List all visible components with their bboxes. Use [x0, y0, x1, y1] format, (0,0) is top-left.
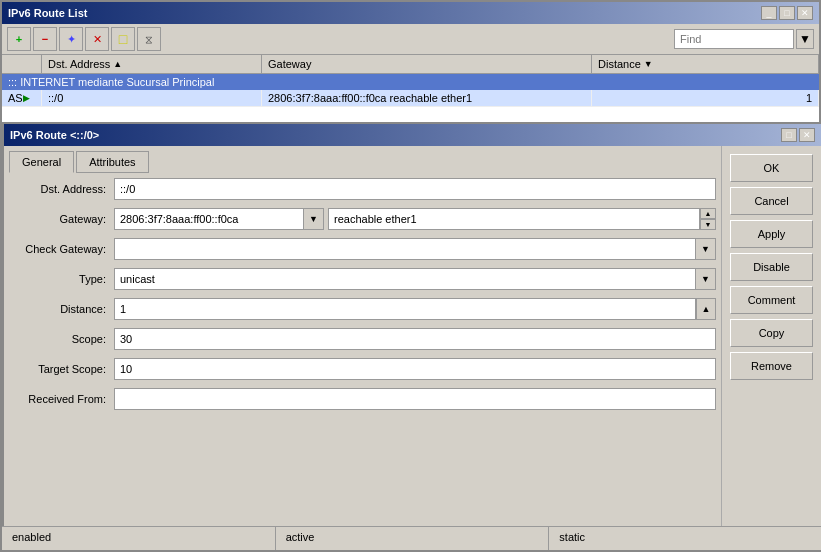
distance-field: ▲	[114, 298, 716, 320]
td-gateway: 2806:3f7:8aaa:ff00::f0ca reachable ether…	[262, 90, 592, 106]
delete-button[interactable]: ✕	[85, 27, 109, 51]
comment-button[interactable]: Comment	[730, 286, 813, 314]
inner-content: General Attributes Dst. Address: Gateway…	[4, 146, 821, 550]
dst-address-input[interactable]	[114, 178, 716, 200]
remove-button[interactable]: Remove	[730, 352, 813, 380]
find-dropdown-btn[interactable]: ▼	[796, 29, 814, 49]
status-enabled: enabled	[2, 527, 276, 550]
inner-close-btn[interactable]: ✕	[799, 128, 815, 142]
gateway-dropdown-btn[interactable]: ▼	[304, 208, 324, 230]
distance-input[interactable]	[114, 298, 696, 320]
distance-row: Distance: ▲	[9, 298, 716, 320]
cancel-button[interactable]: Cancel	[730, 187, 813, 215]
copy-button[interactable]: □	[111, 27, 135, 51]
col-gw: Gateway	[262, 55, 592, 73]
add-button[interactable]: +	[7, 27, 31, 51]
scope-label: Scope:	[9, 333, 114, 345]
scope-input[interactable]	[114, 328, 716, 350]
find-input[interactable]	[674, 29, 794, 49]
outer-titlebar: IPv6 Route List _ □ ✕	[2, 2, 819, 24]
type-label: Type:	[9, 273, 114, 285]
target-scope-input[interactable]	[114, 358, 716, 380]
disable-button[interactable]: Disable	[730, 253, 813, 281]
outer-window-title: IPv6 Route List	[8, 7, 87, 19]
type-field: ▼	[114, 268, 716, 290]
scope-row: Scope:	[9, 328, 716, 350]
type-row: Type: ▼	[9, 268, 716, 290]
status-static: static	[549, 527, 821, 550]
outer-titlebar-buttons: _ □ ✕	[761, 6, 813, 20]
td-flag: AS ▶	[2, 90, 42, 106]
received-from-input[interactable]	[114, 388, 716, 410]
reachable-up-btn[interactable]: ▲	[700, 208, 716, 219]
apply-button[interactable]: Apply	[730, 220, 813, 248]
col-dst: Dst. Address ▲	[42, 55, 262, 73]
filter-button[interactable]: ⧖	[137, 27, 161, 51]
inner-modal: IPv6 Route <::/0> □ ✕ General Attributes…	[2, 122, 821, 552]
distance-label: Distance:	[9, 303, 114, 315]
gateway-input[interactable]	[114, 208, 304, 230]
gateway-row: Gateway: ▼ ▲ ▼	[9, 208, 716, 230]
col-dist: Distance ▼	[592, 55, 819, 73]
distance-up-btn[interactable]: ▲	[696, 298, 716, 320]
remove-button[interactable]: −	[33, 27, 57, 51]
inner-titlebar: IPv6 Route <::/0> □ ✕	[4, 124, 821, 146]
table-header: Dst. Address ▲ Gateway Distance ▼	[2, 55, 819, 74]
inner-maximize-btn[interactable]: □	[781, 128, 797, 142]
reachable-arrows: ▲ ▼	[700, 208, 716, 230]
gateway-section: ▼ ▲ ▼	[114, 208, 716, 230]
inner-titlebar-buttons: □ ✕	[781, 128, 815, 142]
td-distance: 1	[592, 90, 819, 106]
table-row[interactable]: AS ▶ ::/0 2806:3f7:8aaa:ff00::f0ca reach…	[2, 90, 819, 107]
check-gateway-label: Check Gateway:	[9, 243, 114, 255]
tab-attributes[interactable]: Attributes	[76, 151, 148, 173]
edit-button[interactable]: ✦	[59, 27, 83, 51]
reachable-input[interactable]	[328, 208, 700, 230]
type-dropdown-btn[interactable]: ▼	[696, 268, 716, 290]
right-panel: OK Cancel Apply Disable Comment Copy Rem…	[721, 146, 821, 550]
dst-address-label: Dst. Address:	[9, 183, 114, 195]
tab-bar: General Attributes	[9, 151, 716, 173]
minimize-btn[interactable]: _	[761, 6, 777, 20]
copy-button[interactable]: Copy	[730, 319, 813, 347]
col-check	[2, 55, 42, 73]
tab-general[interactable]: General	[9, 151, 74, 173]
table-group-label: ::: INTERNET mediante Sucursal Principal	[2, 74, 819, 90]
check-gateway-row: Check Gateway: ▼	[9, 238, 716, 260]
inner-main: General Attributes Dst. Address: Gateway…	[4, 146, 721, 550]
status-active: active	[276, 527, 550, 550]
reachable-section: ▲ ▼	[328, 208, 716, 230]
received-from-label: Received From:	[9, 393, 114, 405]
target-scope-row: Target Scope:	[9, 358, 716, 380]
target-scope-label: Target Scope:	[9, 363, 114, 375]
ok-button[interactable]: OK	[730, 154, 813, 182]
maximize-btn[interactable]: □	[779, 6, 795, 20]
status-bar: enabled active static	[2, 526, 821, 550]
reachable-down-btn[interactable]: ▼	[700, 219, 716, 230]
gateway-label: Gateway:	[9, 213, 114, 225]
inner-window-title: IPv6 Route <::/0>	[10, 129, 99, 141]
close-btn[interactable]: ✕	[797, 6, 813, 20]
check-gateway-field: ▼	[114, 238, 716, 260]
type-input[interactable]	[114, 268, 696, 290]
toolbar: + − ✦ ✕ □ ⧖ ▼	[2, 24, 819, 55]
td-dst: ::/0	[42, 90, 262, 106]
dst-address-row: Dst. Address:	[9, 178, 716, 200]
check-gateway-input[interactable]	[114, 238, 696, 260]
check-gateway-dropdown-btn[interactable]: ▼	[696, 238, 716, 260]
received-from-row: Received From:	[9, 388, 716, 410]
form-section: Dst. Address: Gateway: ▼ ▲	[9, 178, 716, 545]
active-icon: ▶	[23, 93, 30, 103]
